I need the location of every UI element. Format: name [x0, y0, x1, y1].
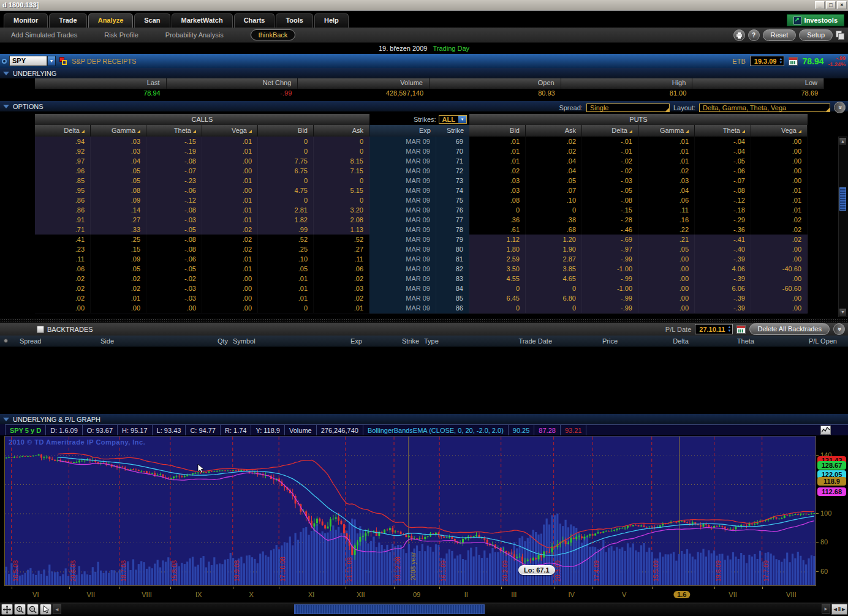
scroll-left-icon[interactable]: ◄	[53, 604, 61, 614]
calendar-icon[interactable]	[736, 325, 746, 334]
backtrades-col-delta[interactable]: Delta	[620, 336, 691, 347]
setup-button[interactable]: Setup	[799, 29, 833, 41]
put-col-gamma[interactable]: Gamma	[638, 125, 695, 137]
option-row-strike-78[interactable]: .71.33-.05.02.991.13MAR 0978.61.68-.46.2…	[0, 225, 848, 235]
subnav-item-risk-profile[interactable]: Risk Profile	[104, 31, 138, 39]
options-scrollbar[interactable]: ▲ ▼	[838, 137, 847, 317]
scrollbar-thumb[interactable]	[839, 187, 846, 211]
call-col-delta[interactable]: Delta	[35, 125, 91, 137]
mid-col-exp[interactable]: Exp	[369, 125, 436, 137]
collapse-chevron-icon[interactable]: »	[834, 102, 846, 113]
help-icon[interactable]: ?	[748, 29, 760, 41]
minimize-button[interactable]: _	[815, 1, 825, 9]
option-row-strike-80[interactable]: .23.15-.08.02.25.27MAR 09801.801.90-.97.…	[0, 244, 848, 254]
scroll-down-icon[interactable]: ▼	[839, 309, 846, 316]
underlying-col-volume[interactable]: Volume	[298, 78, 430, 89]
chart-style-icon[interactable]	[820, 426, 831, 435]
tab-trade[interactable]: Trade	[49, 13, 86, 28]
history-date-input[interactable]: 19.3.09 ▲▼	[750, 56, 785, 66]
pl-date-value[interactable]: 27.10.11	[697, 326, 727, 333]
put-col-ask[interactable]: Ask	[526, 125, 582, 137]
backtrades-col-trade-date[interactable]: Trade Date	[478, 336, 555, 347]
subnav-item-add-simulated-trades[interactable]: Add Simulated Trades	[11, 31, 77, 39]
backtrades-col-price[interactable]: Price	[555, 336, 620, 347]
pl-date-spinner[interactable]: ▲▼	[727, 326, 731, 333]
option-row-strike-84[interactable]: .02.02-.03.00.01.03MAR 098400-1.00.006.0…	[0, 284, 848, 293]
option-row-strike-77[interactable]: .91.27-.03.011.822.08MAR 0977.36.38-.28.…	[0, 215, 848, 225]
symbol-input[interactable]: SPY ▼	[9, 56, 56, 66]
zoom-out-icon[interactable]	[27, 604, 39, 615]
mid-col-strike[interactable]: Strike	[436, 125, 469, 137]
strikes-dropdown-icon[interactable]: ▼	[458, 116, 466, 123]
backtrades-col-symbol[interactable]: Symbol	[230, 336, 306, 347]
chart-hscrollbar[interactable]	[61, 604, 830, 615]
put-col-bid[interactable]: Bid	[469, 125, 526, 137]
underlying-section-header[interactable]: UNDERLYING	[0, 68, 848, 78]
spread-dropdown[interactable]: Single	[586, 103, 670, 112]
tab-help[interactable]: Help	[314, 13, 349, 28]
call-col-ask[interactable]: Ask	[314, 125, 369, 137]
scroll-up-icon[interactable]: ▲	[839, 138, 846, 145]
option-row-strike-79[interactable]: .41.25-.08.02.52.52MAR 09791.121.20-.69.…	[0, 235, 848, 244]
backtrades-col-exp[interactable]: Exp	[306, 336, 365, 347]
collapse-triangle-icon[interactable]	[3, 72, 9, 75]
subnav-item-probability-analysis[interactable]: Probability Analysis	[165, 31, 224, 39]
backtrades-checkbox[interactable]	[37, 326, 44, 333]
date-spinner[interactable]: ▲▼	[779, 58, 782, 65]
tab-monitor[interactable]: Monitor	[4, 13, 48, 28]
pl-date-input[interactable]: 27.10.11 ▲▼	[695, 324, 733, 334]
investools-button[interactable]: ↗ Investools	[787, 14, 844, 26]
option-row-strike-81[interactable]: .11.09-.06.01.10.11MAR 09812.592.87-.99.…	[0, 254, 848, 264]
tab-analyze[interactable]: Analyze	[88, 13, 134, 28]
collapse-triangle-icon[interactable]	[3, 105, 9, 108]
calls-group-header[interactable]: CALLS	[35, 114, 369, 125]
collapse-triangle-icon[interactable]	[3, 418, 9, 421]
underlying-col-low[interactable]: Low	[692, 78, 824, 89]
call-col-vega[interactable]: Vega	[202, 125, 258, 137]
option-row-strike-75[interactable]: .86.09-.12.0100MAR 0975.08.10-.08.06-.12…	[0, 195, 848, 205]
put-col-delta[interactable]: Delta	[582, 125, 638, 137]
call-col-bid[interactable]: Bid	[258, 125, 314, 137]
tab-marketwatch[interactable]: MarketWatch	[172, 13, 233, 28]
close-button[interactable]: ×	[837, 1, 847, 9]
maximize-button[interactable]: □	[826, 1, 836, 9]
hscrollbar-thumb[interactable]	[294, 604, 485, 614]
backtrades-col-strike[interactable]: Strike	[365, 336, 422, 347]
option-row-strike-69[interactable]: .94.03-.15.0100MAR 0969.01.02-.01.01-.04…	[0, 137, 848, 146]
symbol-value[interactable]: SPY	[9, 56, 47, 66]
backtrades-col-p-l-open[interactable]: P/L Open	[757, 336, 839, 347]
backtrades-col-type[interactable]: Type	[422, 336, 478, 347]
options-section-header[interactable]: OPTIONS Spread: Single Layout: Delta, Ga…	[0, 101, 848, 111]
scroll-right-icon[interactable]: ►	[822, 604, 830, 614]
delete-all-backtrades-button[interactable]: Delete All Backtrades	[749, 323, 830, 335]
symbol-dropdown-icon[interactable]: ▼	[47, 56, 56, 66]
underlying-col-high[interactable]: High	[561, 78, 693, 89]
call-col-theta[interactable]: Theta	[146, 125, 202, 137]
option-row-strike-71[interactable]: .97.04-.08.007.758.15MAR 0971.01.04-.02.…	[0, 156, 848, 166]
option-row-strike-86[interactable]: .00.00.00.000.01MAR 098600-.99.00-.39.00	[0, 303, 848, 313]
layout-dropdown[interactable]: Delta, Gamma, Theta, Vega	[699, 103, 830, 112]
print-icon[interactable]	[733, 29, 745, 41]
backtrades-col-spread[interactable]: Spread	[17, 336, 98, 347]
option-row-strike-82[interactable]: .06.05-.05.01.05.06MAR 09823.503.85-1.00…	[0, 264, 848, 274]
option-row-strike-73[interactable]: .85.05-.23.0100MAR 0973.03.05-.03.03-.07…	[0, 176, 848, 186]
puts-group-header[interactable]: PUTS	[469, 114, 808, 125]
backtrades-col-theta[interactable]: Theta	[691, 336, 757, 347]
backtrades-col-qty[interactable]: Qty	[172, 336, 230, 347]
calendar-icon[interactable]	[789, 57, 798, 66]
tab-tools[interactable]: Tools	[276, 13, 313, 28]
option-row-strike-76[interactable]: .86.14-.08.012.813.20MAR 097600-.15.11-.…	[0, 205, 848, 215]
option-row-strike-72[interactable]: .96.05-.07.006.757.15MAR 0972.02.04-.02.…	[0, 166, 848, 176]
zoom-in-icon[interactable]	[14, 604, 26, 615]
history-date-value[interactable]: 19.3.09	[752, 58, 779, 65]
underlying-col-open[interactable]: Open	[430, 78, 561, 89]
option-row-strike-83[interactable]: .02.02-.02.00.01.02MAR 09834.554.65-.99.…	[0, 274, 848, 284]
pan-tool-icon[interactable]	[1, 604, 13, 615]
underlying-col-net-chng[interactable]: Net Chng	[167, 78, 298, 89]
underlying-col-last[interactable]: Last	[35, 78, 167, 89]
fit-zoom-icon[interactable]: ◄‖►	[831, 604, 847, 615]
tab-charts[interactable]: Charts	[234, 13, 275, 28]
option-row-strike-70[interactable]: .92.03-.19.0100MAR 0970.01.02-.01.01-.04…	[0, 146, 848, 156]
backtrades-col-side[interactable]: Side	[98, 336, 172, 347]
put-col-theta[interactable]: Theta	[695, 125, 751, 137]
